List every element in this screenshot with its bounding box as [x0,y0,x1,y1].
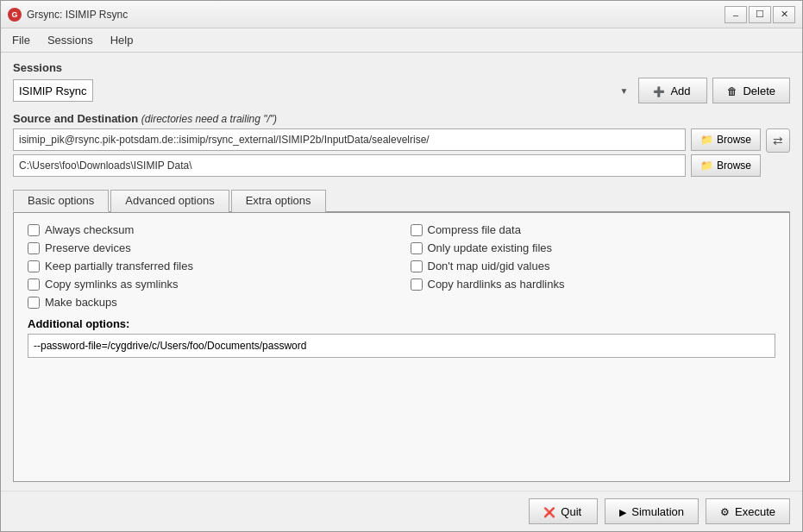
delete-session-button[interactable]: Delete [712,78,790,103]
quit-icon [543,505,555,518]
folder-icon-source [700,134,713,146]
dest-input[interactable] [13,154,686,177]
checkbox-only-update: Only update existing files [411,241,776,254]
additional-options-input[interactable] [28,334,775,358]
checkbox-always-checksum-label[interactable]: Always checksum [45,223,134,236]
checkbox-compress-file-label[interactable]: Compress file data [428,223,521,236]
maximize-button[interactable]: ☐ [749,6,771,23]
menu-bar: File Sessions Help [1,28,802,53]
title-bar-left: G Grsync: ISIMIP Rsync [8,8,128,22]
delete-icon [727,84,737,97]
tab-basic-options[interactable]: Basic options [13,190,109,212]
checkbox-only-update-input[interactable] [411,242,423,254]
checkbox-copy-hardlinks-input[interactable] [411,279,423,291]
window-controls: – ☐ ✕ [725,6,795,23]
browse-source-button[interactable]: Browse [691,128,761,151]
checkbox-keep-partial: Keep partially transferred files [28,260,393,272]
checkbox-only-update-label[interactable]: Only update existing files [428,241,553,254]
checkbox-dont-map-uid: Don't map uid/gid values [411,260,776,272]
checkbox-copy-hardlinks-label[interactable]: Copy hardlinks as hardlinks [428,278,565,291]
tab-extra-options[interactable]: Extra options [231,190,326,212]
add-icon [653,84,665,97]
main-window: G Grsync: ISIMIP Rsync – ☐ ✕ File Sessio… [0,0,803,532]
minimize-button[interactable]: – [725,6,747,23]
checkbox-preserve-devices: Preserve devices [28,241,393,254]
sessions-section: Sessions ISIMIP Rsync Add Delete [13,61,790,103]
checkbox-copy-symlinks: Copy symlinks as symlinks [28,278,393,291]
menu-help[interactable]: Help [103,30,141,50]
app-icon: G [8,8,22,22]
menu-file[interactable]: File [4,30,38,50]
additional-options-label: Additional options: [28,317,775,330]
checkbox-make-backups-label[interactable]: Make backups [45,296,117,309]
source-dest-section: Source and Destination (directories need… [13,112,790,180]
execute-button[interactable]: Execute [706,498,790,524]
checkbox-make-backups-input[interactable] [28,297,40,309]
checkbox-keep-partial-label[interactable]: Keep partially transferred files [45,260,193,272]
close-button[interactable]: ✕ [773,6,795,23]
browse-dest-button[interactable]: Browse [691,154,761,177]
checkbox-dont-map-uid-input[interactable] [411,260,423,272]
simulation-icon [619,505,626,518]
tab-content-basic: Always checksum Preserve devices Keep pa… [13,213,790,482]
session-select-wrapper: ISIMIP Rsync [13,79,633,102]
checkbox-make-backups: Make backups [28,296,393,309]
bottom-bar: Quit Simulation Execute [1,491,802,531]
additional-options-section: Additional options: [28,317,775,358]
swap-button[interactable] [766,128,790,153]
dest-row: Browse [13,154,761,177]
checkbox-copy-symlinks-input[interactable] [28,279,40,291]
source-row: Browse [13,128,761,151]
checkbox-keep-partial-input[interactable] [28,260,40,272]
add-session-button[interactable]: Add [638,78,707,103]
folder-icon-dest [700,160,713,172]
main-content: Sessions ISIMIP Rsync Add Delete Source … [1,53,802,491]
simulation-button[interactable]: Simulation [605,498,699,524]
window-title: Grsync: ISIMIP Rsync [27,9,128,21]
menu-sessions[interactable]: Sessions [40,30,101,50]
checkbox-preserve-devices-input[interactable] [28,242,40,254]
quit-button[interactable]: Quit [529,498,598,524]
checkbox-preserve-devices-label[interactable]: Preserve devices [45,241,131,254]
sessions-label: Sessions [13,61,790,74]
title-bar: G Grsync: ISIMIP Rsync – ☐ ✕ [1,1,802,28]
checkbox-always-checksum-input[interactable] [28,224,40,236]
tab-advanced-options[interactable]: Advanced options [110,190,229,212]
source-dest-label: Source and Destination (directories need… [13,112,790,125]
right-options: Compress file data Only update existing … [411,223,776,309]
source-input[interactable] [13,128,686,151]
checkbox-compress-file: Compress file data [411,223,776,236]
checkbox-copy-symlinks-label[interactable]: Copy symlinks as symlinks [45,278,179,291]
checkbox-dont-map-uid-label[interactable]: Don't map uid/gid values [428,260,550,272]
tab-bar: Basic options Advanced options Extra opt… [13,189,790,213]
session-dropdown[interactable]: ISIMIP Rsync [13,79,93,102]
checkbox-compress-file-input[interactable] [411,224,423,236]
swap-icon [773,134,783,147]
checkbox-copy-hardlinks: Copy hardlinks as hardlinks [411,278,776,291]
sessions-row: ISIMIP Rsync Add Delete [13,78,790,103]
options-grid: Always checksum Preserve devices Keep pa… [28,223,775,309]
tabs-section: Basic options Advanced options Extra opt… [13,189,790,482]
checkbox-always-checksum: Always checksum [28,223,393,236]
execute-icon [720,505,730,518]
left-options: Always checksum Preserve devices Keep pa… [28,223,393,309]
